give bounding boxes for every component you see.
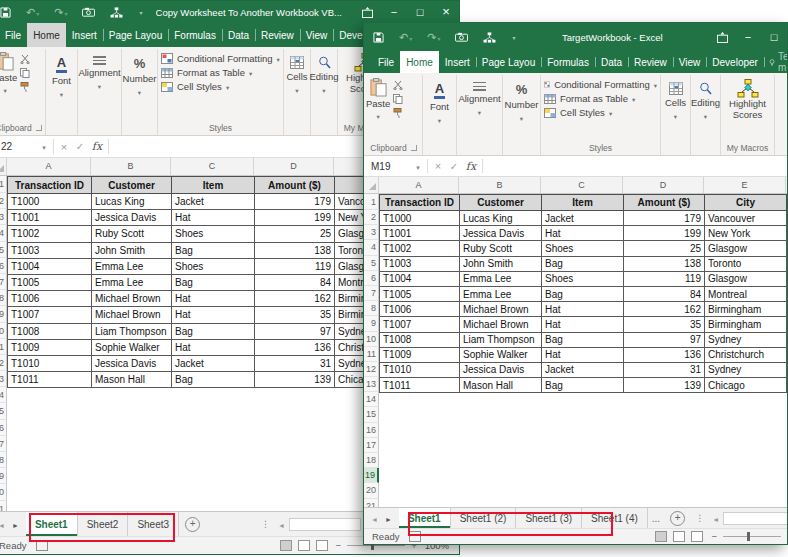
tab-data[interactable]: Data — [222, 23, 255, 47]
table-header-cell[interactable]: City — [705, 195, 787, 211]
row-header[interactable]: 17 — [0, 436, 7, 452]
row-header[interactable]: 13 — [364, 377, 379, 392]
enter-icon[interactable] — [72, 141, 88, 152]
close-button[interactable]: × — [433, 2, 459, 22]
formula-input[interactable] — [485, 156, 787, 176]
undo-icon[interactable] — [399, 31, 412, 44]
row-header[interactable]: 5 — [0, 242, 7, 258]
row-header[interactable]: 6 — [364, 271, 379, 286]
name-box[interactable]: 22 — [0, 141, 37, 152]
prev-sheet-icon[interactable] — [0, 519, 5, 530]
cell[interactable]: 31 — [624, 362, 705, 377]
column-header-d[interactable]: D — [254, 158, 334, 175]
cell[interactable]: 119 — [624, 271, 705, 286]
cell[interactable]: 199 — [624, 226, 705, 241]
cell[interactable]: Jessica Davis — [92, 210, 172, 226]
cell[interactable]: T1008 — [8, 323, 92, 339]
cell[interactable]: Michael Brown — [460, 317, 542, 332]
editing-group-button[interactable]: Editing — [691, 75, 721, 155]
cell[interactable]: 162 — [255, 291, 335, 307]
enter-icon[interactable] — [446, 161, 462, 172]
table-header-cell[interactable]: Transaction ID — [8, 177, 92, 194]
dialog-launcher-icon[interactable] — [411, 145, 417, 151]
cell[interactable]: T1011 — [8, 372, 92, 388]
cell[interactable]: 179 — [255, 194, 335, 210]
tab-view[interactable]: View — [300, 23, 334, 47]
row-header[interactable]: 19 — [0, 468, 7, 484]
alignment-group-button[interactable]: Alignment — [457, 75, 503, 155]
row-header[interactable]: 3 — [0, 209, 7, 225]
row-header[interactable]: 21 — [0, 501, 7, 511]
tab-bar-more-icon[interactable] — [691, 508, 708, 528]
cell[interactable]: T1005 — [8, 274, 92, 290]
row-header[interactable]: 2 — [364, 210, 379, 225]
cell-styles-button[interactable]: Cell Styles — [161, 81, 280, 92]
cell[interactable]: T1011 — [380, 378, 460, 393]
cell[interactable]: Hat — [172, 339, 255, 355]
cell[interactable]: T1000 — [380, 211, 460, 226]
cell-styles-button[interactable]: Cell Styles — [544, 107, 657, 118]
accessibility-icon[interactable] — [36, 540, 48, 551]
cell[interactable]: 139 — [255, 372, 335, 388]
conditional-formatting-button[interactable]: Conditional Formatting — [544, 79, 657, 90]
number-group-button[interactable]: Number — [122, 49, 158, 135]
cell[interactable]: Shoes — [172, 226, 255, 242]
dialog-launcher-icon[interactable] — [36, 125, 42, 131]
new-sheet-button[interactable] — [185, 517, 200, 532]
cell[interactable]: 136 — [255, 339, 335, 355]
page-layout-view-icon[interactable] — [298, 540, 310, 551]
cell[interactable]: Jessica Davis — [460, 362, 542, 377]
insert-function-icon[interactable] — [88, 140, 106, 153]
tab-review[interactable]: Review — [255, 23, 300, 47]
tab-view[interactable]: View — [673, 51, 707, 73]
tab-formulas[interactable]: Formulas — [541, 51, 595, 73]
cell[interactable]: Montreal — [705, 286, 787, 301]
row-header[interactable]: 11 — [0, 339, 7, 355]
cell[interactable]: Shoes — [172, 258, 255, 274]
paste-button[interactable]: Paste — [366, 78, 390, 121]
copy-icon[interactable] — [393, 94, 403, 104]
highlight-scores-button[interactable]: Highlight Scores — [721, 75, 774, 121]
row-header[interactable]: 15 — [0, 403, 7, 419]
cell[interactable]: Michael Brown — [92, 291, 172, 307]
sheet-tab[interactable]: Sheet1 — [26, 512, 78, 536]
row-header[interactable]: 20 — [364, 483, 379, 498]
row-header[interactable]: 16 — [364, 423, 379, 438]
cell[interactable]: 136 — [624, 347, 705, 362]
cell[interactable]: 25 — [255, 226, 335, 242]
tab-insert[interactable]: Insert — [66, 23, 103, 47]
row-header[interactable]: 14 — [0, 387, 7, 403]
cell[interactable]: Chicago — [705, 378, 787, 393]
row-header[interactable]: 5 — [364, 256, 379, 271]
cell[interactable]: Jessica Davis — [460, 226, 542, 241]
hscroll-left-icon[interactable] — [708, 513, 723, 524]
select-all-corner[interactable] — [0, 158, 7, 175]
qat-customize-icon[interactable] — [138, 9, 142, 16]
row-header[interactable]: 9 — [0, 306, 7, 322]
row-header[interactable]: 18 — [0, 452, 7, 468]
zoom-out-icon[interactable] — [711, 531, 717, 542]
cell[interactable]: Bag — [542, 256, 624, 271]
row-header[interactable]: 10 — [364, 332, 379, 347]
cell[interactable]: Sydney — [705, 332, 787, 347]
cell[interactable]: Glasgow — [705, 271, 787, 286]
cell[interactable]: Emma Lee — [460, 286, 542, 301]
cell[interactable]: T1001 — [8, 210, 92, 226]
cell[interactable]: Bag — [172, 242, 255, 258]
column-header-a[interactable]: A — [379, 177, 459, 193]
cell[interactable]: 84 — [624, 286, 705, 301]
row-header[interactable]: 10 — [0, 323, 7, 339]
minimize-button[interactable]: − — [381, 2, 407, 22]
tab-developer[interactable]: Developer — [706, 51, 764, 73]
column-header-c[interactable]: C — [171, 158, 254, 175]
undo-icon[interactable] — [26, 6, 39, 19]
cell[interactable]: Mason Hall — [460, 378, 542, 393]
cell[interactable]: Jessica Davis — [92, 355, 172, 371]
cell[interactable]: Hat — [542, 226, 624, 241]
format-as-table-button[interactable]: Format as Table — [161, 67, 280, 78]
cell[interactable]: 84 — [255, 274, 335, 290]
table-header-cell[interactable]: Amount ($) — [624, 195, 705, 211]
cell[interactable]: Vancouver — [705, 211, 787, 226]
conditional-formatting-button[interactable]: Conditional Formatting — [161, 53, 280, 64]
cell[interactable]: Ruby Scott — [460, 241, 542, 256]
